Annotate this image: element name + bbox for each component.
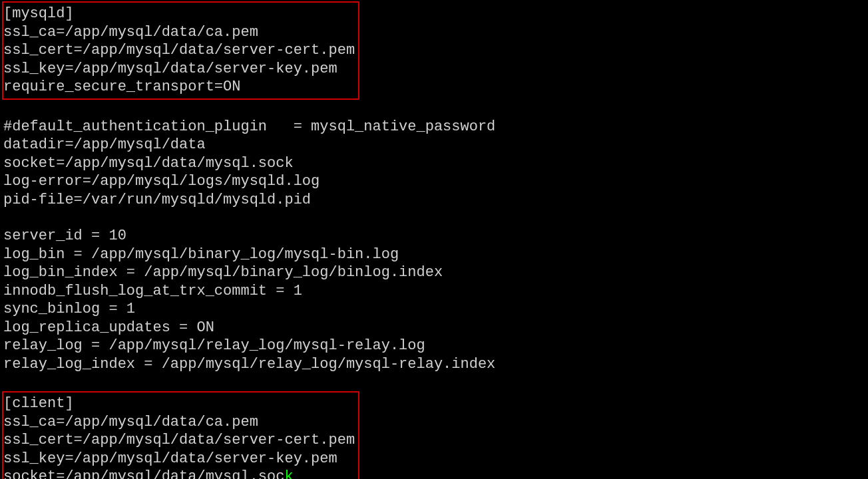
terminal-cursor: k	[284, 468, 293, 479]
config-text: socket=/app/mysql/data/mysql.soc	[3, 468, 284, 479]
config-line: relay_log_index = /app/mysql/relay_log/m…	[3, 355, 865, 374]
config-line: pid-file=/var/run/mysqld/mysqld.pid	[3, 191, 865, 210]
config-line: relay_log = /app/mysql/relay_log/mysql-r…	[3, 337, 865, 355]
config-line: [client]	[3, 395, 355, 413]
config-line: server_id = 10	[3, 227, 865, 245]
config-line: #default_authentication_plugin = mysql_n…	[3, 118, 865, 136]
client-section-highlight: [client] ssl_ca=/app/mysql/data/ca.pem s…	[2, 391, 359, 479]
blank-line	[3, 209, 865, 227]
config-line: log-error=/app/mysql/logs/mysqld.log	[3, 172, 865, 191]
config-line: ssl_ca=/app/mysql/data/ca.pem	[3, 413, 355, 432]
config-line: require_secure_transport=ON	[3, 78, 355, 96]
blank-line	[3, 100, 865, 118]
config-line: log_bin = /app/mysql/binary_log/mysql-bi…	[3, 245, 865, 264]
config-line: socket=/app/mysql/data/mysql.sock	[3, 154, 865, 173]
config-line: ssl_key=/app/mysql/data/server-key.pem	[3, 60, 355, 79]
config-line: sync_binlog = 1	[3, 300, 865, 319]
config-line: log_replica_updates = ON	[3, 319, 865, 337]
config-line: datadir=/app/mysql/data	[3, 136, 865, 154]
config-line: ssl_cert=/app/mysql/data/server-cert.pem	[3, 41, 355, 60]
config-line: ssl_ca=/app/mysql/data/ca.pem	[3, 23, 355, 42]
blank-line	[3, 373, 865, 391]
config-line: socket=/app/mysql/data/mysql.sock	[3, 468, 355, 479]
config-line: ssl_key=/app/mysql/data/server-key.pem	[3, 450, 355, 468]
config-line: innodb_flush_log_at_trx_commit = 1	[3, 282, 865, 301]
config-line: ssl_cert=/app/mysql/data/server-cert.pem	[3, 431, 355, 450]
config-line: log_bin_index = /app/mysql/binary_log/bi…	[3, 263, 865, 282]
mysqld-section-highlight: [mysqld] ssl_ca=/app/mysql/data/ca.pem s…	[2, 1, 359, 100]
config-line: [mysqld]	[3, 5, 355, 23]
terminal-view[interactable]: [mysqld] ssl_ca=/app/mysql/data/ca.pem s…	[0, 0, 868, 479]
